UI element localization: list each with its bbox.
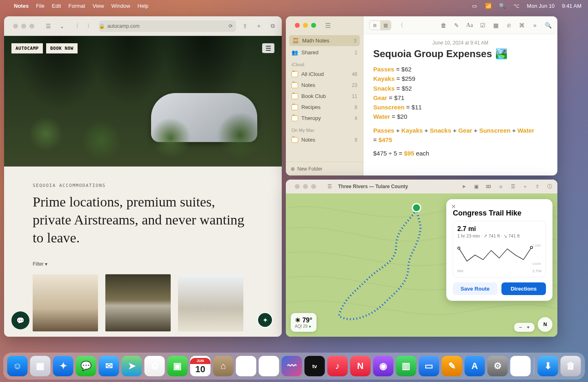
dock-calendar[interactable]: JUN10 (190, 356, 211, 376)
zoom-in-button[interactable]: + (524, 324, 532, 330)
save-route-button[interactable]: Save Route (453, 282, 497, 295)
zoom-out-button[interactable]: − (517, 324, 524, 330)
dock-notes[interactable]: ✎ (259, 356, 279, 376)
menu-window[interactable]: Window (111, 3, 130, 9)
dock-safari[interactable]: ✦ (53, 356, 74, 376)
reload-icon[interactable]: ⟳ (229, 23, 233, 29)
dock-finder[interactable]: ☺ (7, 356, 28, 376)
menu-help[interactable]: Help (138, 3, 149, 9)
back-icon[interactable]: 〈 (397, 22, 404, 29)
dock-messages[interactable]: 💬 (76, 356, 96, 376)
dock-downloads[interactable]: ⬇ (538, 356, 558, 376)
wifi-icon[interactable]: 📶 (485, 3, 492, 9)
dock-photos[interactable]: ✿ (145, 356, 165, 376)
compose-icon[interactable]: ✎ (453, 22, 460, 29)
battery-icon[interactable]: ▭ (471, 3, 478, 9)
location-icon[interactable]: ➤ (460, 184, 468, 189)
format-icon[interactable]: Aa (466, 22, 473, 29)
spotlight-icon[interactable]: 🔍 (499, 3, 506, 9)
book-now-button[interactable]: BOOK NOW (46, 43, 78, 53)
folder-book-club[interactable]: Book Club11 (286, 91, 363, 102)
new-tab-icon[interactable]: ＋ (254, 21, 264, 31)
folder-shared[interactable]: 👥Shared 2 (286, 47, 363, 58)
share-icon[interactable]: ⇧ (534, 184, 541, 189)
folder-theropy[interactable]: Theropy4 (286, 113, 363, 124)
media-icon[interactable]: ⎚ (505, 22, 512, 29)
folder-local-notes[interactable]: Notes9 (286, 134, 363, 145)
new-folder-button[interactable]: ⊕New Folder (286, 162, 363, 175)
menu-edit[interactable]: Edit (52, 3, 61, 9)
window-zoom[interactable] (311, 23, 316, 28)
menu-format[interactable]: Format (68, 3, 85, 9)
trash-icon[interactable]: 🗑 (440, 22, 447, 29)
back-button[interactable]: 〈 (71, 21, 81, 31)
directions-button[interactable]: Directions (501, 282, 546, 295)
dock-reminders[interactable]: ≣ (236, 356, 256, 376)
accommodation-thumb[interactable] (33, 274, 98, 331)
window-zoom[interactable] (311, 184, 316, 189)
site-logo[interactable]: AUTOCAMP (11, 43, 43, 53)
sidebar-toggle-icon[interactable]: ☰ (43, 21, 53, 31)
accommodation-thumb[interactable] (105, 274, 171, 331)
map-mode-icon[interactable]: ▣ (472, 184, 480, 189)
more-icon[interactable]: » (531, 22, 539, 29)
close-icon[interactable]: ✕ (451, 203, 456, 210)
dock-maps[interactable]: ➤ (122, 356, 142, 376)
lookaround-icon[interactable]: ⌾ (497, 184, 504, 189)
hamburger-menu-icon[interactable]: ☰ (262, 43, 274, 53)
window-close[interactable] (13, 24, 18, 29)
compass[interactable]: N (538, 317, 552, 332)
dock-numbers[interactable]: ▥ (396, 356, 416, 376)
sidebar-toggle-icon[interactable]: ☰ (325, 22, 331, 29)
weather-widget[interactable]: ☀︎ 79° AQI 29 ● (291, 313, 316, 332)
dock-music[interactable]: ♪ (327, 356, 348, 376)
dock-facetime[interactable]: ▣ (167, 356, 188, 376)
view-segmented-control[interactable]: ≣▦ (369, 20, 391, 30)
folder-math-notes[interactable]: 🧮Math Notes 3 (289, 35, 360, 46)
link-icon[interactable]: ⌘ (518, 22, 526, 29)
dock-news[interactable]: N (350, 356, 371, 376)
dock-iphone-mirror[interactable]: ▯ (510, 356, 531, 376)
folder-all-icloud[interactable]: All iCloud46 (286, 69, 363, 80)
dock-appstore[interactable]: A (465, 356, 485, 376)
settings-icon[interactable]: ⓘ (546, 183, 553, 190)
dock-pages[interactable]: ✎ (442, 356, 462, 376)
window-minimize[interactable] (303, 184, 308, 189)
share-icon[interactable]: ⇧ (240, 21, 250, 31)
note-body[interactable]: June 10, 2024 at 9:41 AM Sequoia Group E… (363, 34, 557, 175)
3d-icon[interactable]: 3D (485, 184, 492, 189)
tabs-icon[interactable]: ⧉ (268, 21, 278, 31)
window-minimize[interactable] (303, 23, 308, 28)
menubar-appname[interactable]: Notes (14, 3, 29, 9)
forward-button[interactable]: 〉 (85, 21, 95, 31)
folder-recipes[interactable]: Recipes8 (286, 102, 363, 113)
chat-fab-icon[interactable]: 💬 (11, 311, 29, 329)
sidebar-toggle-icon[interactable]: ☰ (326, 184, 333, 189)
filter-dropdown[interactable]: Filter ▾ (33, 261, 253, 267)
address-bar[interactable]: 🔒 autocamp.com ⟳ (99, 20, 236, 32)
window-minimize[interactable] (21, 24, 26, 29)
gallery-view-icon[interactable]: ▦ (380, 21, 391, 30)
add-icon[interactable]: ＋ (521, 183, 529, 190)
table-icon[interactable]: ▦ (492, 22, 499, 29)
control-center-icon[interactable]: ⌥ (513, 3, 519, 9)
menu-view[interactable]: View (93, 3, 104, 9)
dock-trash[interactable]: 🗑 (561, 356, 581, 376)
dock-settings[interactable]: ⚙ (488, 356, 508, 376)
chevron-down-icon[interactable]: ⌄ (57, 21, 67, 31)
map-canvas[interactable]: ☀︎ 79° AQI 29 ● − + N ✕ Congress Trail H… (286, 193, 557, 337)
window-close[interactable] (295, 23, 300, 28)
dock-keynote[interactable]: ▭ (419, 356, 439, 376)
dock-podcasts[interactable]: ◉ (373, 356, 394, 376)
search-icon[interactable]: 🔍 (544, 22, 552, 29)
window-close[interactable] (295, 184, 300, 189)
folder-notes[interactable]: Notes23 (286, 80, 363, 91)
accessibility-fab-icon[interactable]: ✦ (257, 312, 273, 328)
dock-launchpad[interactable]: ▦ (30, 356, 51, 376)
dock-freeform[interactable]: 〰 (282, 356, 302, 376)
dock-contacts[interactable]: ⌂ (213, 356, 234, 376)
accommodation-thumb[interactable] (178, 274, 243, 331)
checklist-icon[interactable]: ☑ (479, 22, 486, 29)
list-view-icon[interactable]: ≣ (370, 21, 380, 30)
dock-tv[interactable]: tv (305, 356, 325, 376)
